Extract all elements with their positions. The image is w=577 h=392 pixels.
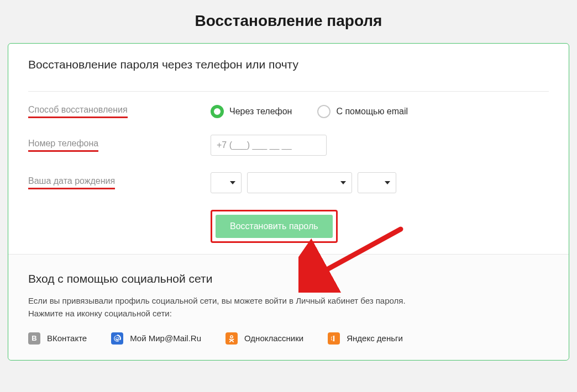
social-link-yandex[interactable]: Яндекс деньги	[328, 332, 403, 345]
social-link-mailru-label: Мой Мир@Mail.Ru	[130, 333, 201, 343]
vk-icon: В	[28, 332, 40, 345]
chevron-down-icon	[385, 181, 390, 184]
row-dob: Ваша дата рождения	[28, 172, 549, 193]
radio-phone-icon	[211, 105, 224, 118]
recovery-card: Восстановление пароля через телефон или …	[8, 43, 569, 361]
label-method: Способ восстановления	[28, 105, 211, 118]
dob-controls	[211, 172, 549, 193]
radio-email-icon	[317, 105, 331, 118]
page-title: Восстановление пароля	[0, 0, 577, 43]
social-link-ok[interactable]: Одноклассники	[225, 332, 303, 345]
social-links: В ВКонтакте Мой Мир@Mail.Ru Одноклассник…	[28, 332, 549, 345]
chevron-down-icon	[340, 181, 346, 184]
radio-email[interactable]: С помощью email	[317, 105, 408, 118]
yandex-money-icon	[328, 332, 340, 345]
radio-phone-label: Через телефон	[229, 107, 292, 116]
row-method: Способ восстановления Через телефон С по…	[28, 105, 549, 118]
phone-control	[211, 135, 549, 156]
social-link-vk-label: ВКонтакте	[47, 333, 87, 343]
label-method-text: Способ восстановления	[28, 105, 128, 118]
mailru-icon	[111, 332, 123, 345]
label-phone-text: Номер телефона	[28, 139, 98, 152]
dob-day-select[interactable]	[211, 172, 242, 193]
recover-password-button[interactable]: Восстановить пароль	[216, 215, 333, 238]
social-login-section: Вход с помощью социальной сети Если вы п…	[8, 254, 569, 360]
dob-year-select[interactable]	[358, 172, 396, 193]
dob-month-select[interactable]	[247, 172, 352, 193]
social-title: Вход с помощью социальной сети	[28, 272, 549, 285]
label-dob: Ваша дата рождения	[28, 176, 211, 189]
social-link-mailru[interactable]: Мой Мир@Mail.Ru	[111, 332, 201, 345]
section-title: Восстановление пароля через телефон или …	[28, 58, 549, 71]
method-radios: Через телефон С помощью email	[211, 105, 549, 118]
row-phone: Номер телефона	[28, 135, 549, 156]
divider	[28, 91, 549, 92]
label-dob-text: Ваша дата рождения	[28, 176, 115, 189]
ok-icon	[225, 332, 238, 345]
label-phone: Номер телефона	[28, 139, 211, 152]
social-desc-line2: Нажмите на иконку социальной сети:	[28, 309, 172, 318]
social-link-yandex-label: Яндекс деньги	[347, 333, 403, 343]
radio-email-label: С помощью email	[336, 107, 408, 116]
submit-highlight-box: Восстановить пароль	[211, 210, 338, 243]
phone-input[interactable]	[211, 135, 327, 156]
card-header: Восстановление пароля через телефон или …	[8, 44, 569, 91]
radio-phone[interactable]: Через телефон	[211, 105, 292, 118]
social-link-vk[interactable]: В ВКонтакте	[28, 332, 87, 345]
social-description: Если вы привязывали профиль социальной с…	[28, 294, 549, 320]
chevron-down-icon	[230, 181, 235, 184]
social-link-ok-label: Одноклассники	[244, 333, 303, 343]
recovery-form: Способ восстановления Через телефон С по…	[8, 105, 569, 254]
social-desc-line1: Если вы привязывали профиль социальной с…	[28, 296, 406, 305]
